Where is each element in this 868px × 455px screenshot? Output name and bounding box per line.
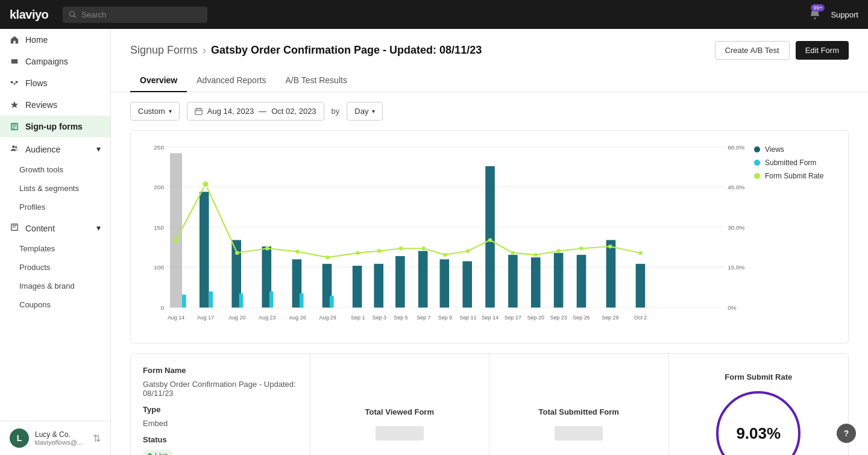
svg-point-61: [511, 251, 515, 254]
svg-line-1: [74, 16, 76, 17]
sidebar-sub-products[interactable]: Products: [0, 258, 110, 277]
svg-rect-31: [395, 256, 405, 307]
status-label: Status: [143, 435, 298, 444]
granularity-select[interactable]: Day ▾: [347, 102, 383, 121]
form-name-value: Gatsby Order Confirmation Page - Updated…: [143, 380, 298, 398]
legend-rate: Form Submit Rate: [754, 172, 838, 180]
top-navigation: klaviyo 99+ Support: [0, 0, 868, 29]
support-link[interactable]: Support: [831, 10, 858, 19]
legend-views: Views: [754, 145, 838, 154]
chart-wrapper: 250 200 150 100 0 60.0% 45.0% 30.0% 15.0…: [140, 140, 838, 333]
svg-rect-34: [462, 262, 472, 308]
calendar-icon: [195, 107, 203, 115]
search-input[interactable]: [81, 10, 201, 19]
tab-overview[interactable]: Overview: [130, 69, 187, 92]
svg-text:45.0%: 45.0%: [728, 184, 744, 190]
svg-text:Aug 26: Aug 26: [289, 315, 306, 321]
sidebar-sub-coupons[interactable]: Coupons: [0, 295, 110, 314]
audience-chevron: ▾: [96, 144, 101, 154]
svg-text:Sep 9: Sep 9: [438, 315, 452, 321]
date-range-dash: —: [259, 107, 266, 116]
svg-point-50: [235, 251, 239, 254]
svg-rect-7: [195, 108, 202, 115]
sidebar-section-audience[interactable]: Audience ▾: [0, 137, 110, 160]
footer-chevron: ⇅: [93, 433, 101, 444]
svg-text:100: 100: [154, 265, 164, 271]
sidebar-sub-templates[interactable]: Templates: [0, 239, 110, 258]
form-name-label: Form Name: [143, 366, 298, 375]
svg-point-49: [202, 181, 209, 187]
search-bar[interactable]: [63, 7, 207, 23]
svg-point-60: [488, 238, 492, 242]
svg-text:Aug 14: Aug 14: [168, 315, 184, 321]
svg-text:Oct 2: Oct 2: [634, 315, 647, 321]
sidebar-sub-lists-segments[interactable]: Lists & segments: [0, 179, 110, 198]
footer-company: Lucy & Co.: [35, 430, 83, 439]
search-icon: [69, 10, 77, 19]
sidebar-label-home: Home: [25, 35, 48, 45]
breadcrumb-parent[interactable]: Signup Forms: [130, 44, 198, 57]
sidebar-label-reviews: Reviews: [25, 100, 57, 110]
notifications-button[interactable]: 99+: [809, 8, 821, 22]
sidebar-sub-profiles[interactable]: Profiles: [0, 198, 110, 216]
date-start: Aug 14, 2023: [207, 107, 254, 116]
filters-row: Custom ▾ Aug 14, 2023 — Oct 02, 2023 by …: [111, 92, 868, 130]
svg-text:Sep 5: Sep 5: [394, 315, 407, 321]
sidebar-section-content[interactable]: Content ▾: [0, 216, 110, 239]
sidebar-footer[interactable]: L Lucy & Co. klaviyoflows@... ⇅: [0, 421, 110, 455]
svg-text:Aug 23: Aug 23: [259, 315, 275, 321]
granularity-value: Day: [354, 107, 368, 116]
chart-container: 250 200 150 100 0 60.0% 45.0% 30.0% 15.0…: [130, 130, 849, 344]
granularity-chevron-icon: ▾: [372, 108, 375, 115]
date-range-picker[interactable]: Aug 14, 2023 — Oct 02, 2023: [187, 102, 324, 121]
app-body: Home Campaigns Flows Reviews Sign-up for…: [0, 29, 868, 455]
svg-text:Sep 14: Sep 14: [482, 315, 498, 321]
svg-rect-40: [606, 240, 616, 307]
svg-text:0: 0: [160, 304, 164, 311]
svg-rect-30: [374, 264, 383, 308]
legend-submitted-label: Submitted Form: [765, 158, 816, 167]
svg-point-66: [638, 251, 643, 254]
form-submit-rate-label: Form Submit Rate: [725, 372, 792, 381]
legend-submitted: Submitted Form: [754, 158, 838, 167]
footer-user-info: Lucy & Co. klaviyoflows@...: [35, 430, 83, 446]
tab-advanced-reports[interactable]: Advanced Reports: [187, 69, 275, 92]
tab-ab-test-results[interactable]: A/B Test Results: [275, 69, 356, 92]
sidebar-label-flows: Flows: [25, 78, 48, 88]
svg-point-4: [12, 145, 14, 148]
svg-point-64: [579, 246, 583, 250]
sidebar-sub-growth-tools[interactable]: Growth tools: [0, 160, 110, 179]
svg-text:250: 250: [154, 144, 164, 151]
signup-forms-icon: [10, 122, 19, 131]
sidebar-item-home[interactable]: Home: [0, 29, 110, 51]
svg-point-54: [356, 251, 360, 254]
sidebar-label-campaigns: Campaigns: [25, 57, 68, 66]
campaigns-icon: [10, 57, 19, 66]
sidebar-sub-images-brand[interactable]: Images & brand: [0, 277, 110, 295]
type-value: Embed: [143, 419, 298, 428]
svg-point-57: [421, 246, 426, 250]
svg-rect-37: [531, 257, 541, 307]
create-ab-test-button[interactable]: Create A/B Test: [715, 41, 790, 60]
svg-text:200: 200: [154, 184, 164, 190]
help-button[interactable]: ?: [837, 424, 856, 443]
total-submitted-card: Total Submitted Form: [489, 354, 669, 455]
sidebar-item-reviews[interactable]: Reviews: [0, 94, 110, 116]
svg-text:Sep 1: Sep 1: [351, 315, 365, 321]
svg-rect-46: [300, 293, 304, 307]
svg-point-59: [466, 249, 470, 253]
svg-text:Sep 17: Sep 17: [505, 315, 521, 321]
sidebar-item-signup-forms[interactable]: Sign-up forms: [0, 116, 110, 137]
svg-rect-32: [418, 251, 428, 307]
audience-icon: [10, 143, 19, 153]
audience-label: Audience: [10, 143, 60, 154]
breadcrumb-separator: ›: [203, 44, 206, 57]
live-badge: Live: [143, 450, 173, 456]
sidebar-item-campaigns[interactable]: Campaigns: [0, 51, 110, 72]
sidebar-item-flows[interactable]: Flows: [0, 72, 110, 94]
nav-right: 99+ Support: [809, 8, 858, 22]
svg-rect-36: [508, 255, 518, 307]
date-range-type-select[interactable]: Custom ▾: [130, 102, 180, 121]
form-submit-rate-value: 9.03%: [736, 424, 781, 443]
edit-form-button[interactable]: Edit Form: [796, 41, 849, 60]
